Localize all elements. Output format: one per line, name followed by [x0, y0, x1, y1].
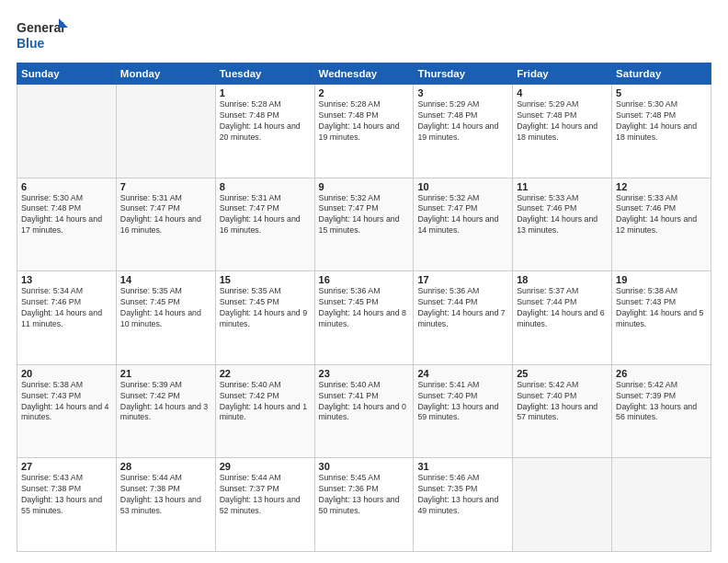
calendar-cell: 16Sunrise: 5:36 AMSunset: 7:45 PMDayligh…: [314, 271, 414, 365]
day-number: 13: [21, 274, 112, 285]
day-number: 27: [21, 461, 112, 472]
day-number: 25: [517, 368, 608, 379]
day-info: Sunrise: 5:29 AMSunset: 7:48 PMDaylight:…: [517, 99, 608, 144]
day-number: 24: [417, 368, 508, 379]
day-info: Sunrise: 5:33 AMSunset: 7:46 PMDaylight:…: [616, 193, 707, 237]
day-number: 23: [319, 368, 410, 379]
day-info: Sunrise: 5:31 AMSunset: 7:47 PMDaylight:…: [220, 193, 311, 237]
calendar-cell: 4Sunrise: 5:29 AMSunset: 7:48 PMDaylight…: [513, 85, 612, 178]
day-number: 21: [120, 368, 211, 379]
day-info: Sunrise: 5:40 AMSunset: 7:42 PMDaylight:…: [220, 380, 311, 424]
day-number: 30: [319, 461, 410, 472]
day-info: Sunrise: 5:35 AMSunset: 7:45 PMDaylight:…: [220, 286, 311, 330]
day-header-friday: Friday: [513, 63, 612, 85]
logo-icon: GeneralBlue: [17, 17, 72, 53]
day-info: Sunrise: 5:40 AMSunset: 7:41 PMDaylight:…: [319, 380, 410, 424]
calendar-week-2: 6Sunrise: 5:30 AMSunset: 7:48 PMDaylight…: [17, 178, 711, 271]
day-info: Sunrise: 5:31 AMSunset: 7:47 PMDaylight:…: [120, 193, 211, 237]
calendar-cell: 20Sunrise: 5:38 AMSunset: 7:43 PMDayligh…: [17, 364, 117, 458]
calendar-cell: 27Sunrise: 5:43 AMSunset: 7:38 PMDayligh…: [17, 458, 117, 552]
day-info: Sunrise: 5:30 AMSunset: 7:48 PMDaylight:…: [616, 99, 707, 144]
calendar-cell: 12Sunrise: 5:33 AMSunset: 7:46 PMDayligh…: [612, 178, 711, 271]
day-number: 15: [220, 274, 311, 285]
calendar-cell: 21Sunrise: 5:39 AMSunset: 7:42 PMDayligh…: [116, 364, 215, 458]
day-info: Sunrise: 5:33 AMSunset: 7:46 PMDaylight:…: [517, 193, 608, 237]
calendar-cell: 28Sunrise: 5:44 AMSunset: 7:38 PMDayligh…: [116, 458, 215, 552]
calendar-cell: 23Sunrise: 5:40 AMSunset: 7:41 PMDayligh…: [314, 364, 414, 458]
calendar-cell: 8Sunrise: 5:31 AMSunset: 7:47 PMDaylight…: [215, 178, 314, 271]
calendar-week-5: 27Sunrise: 5:43 AMSunset: 7:38 PMDayligh…: [17, 458, 711, 552]
calendar-cell: 3Sunrise: 5:29 AMSunset: 7:48 PMDaylight…: [414, 85, 513, 178]
calendar-week-1: 1Sunrise: 5:28 AMSunset: 7:48 PMDaylight…: [17, 85, 711, 178]
svg-text:Blue: Blue: [17, 36, 45, 51]
day-info: Sunrise: 5:30 AMSunset: 7:48 PMDaylight:…: [21, 193, 112, 237]
day-info: Sunrise: 5:28 AMSunset: 7:48 PMDaylight:…: [319, 99, 410, 144]
day-number: 29: [220, 461, 311, 472]
day-info: Sunrise: 5:38 AMSunset: 7:43 PMDaylight:…: [616, 286, 707, 330]
day-header-saturday: Saturday: [612, 63, 711, 85]
day-info: Sunrise: 5:42 AMSunset: 7:40 PMDaylight:…: [517, 380, 608, 424]
day-info: Sunrise: 5:28 AMSunset: 7:48 PMDaylight:…: [220, 99, 311, 144]
calendar-cell: 11Sunrise: 5:33 AMSunset: 7:46 PMDayligh…: [513, 178, 612, 271]
day-info: Sunrise: 5:41 AMSunset: 7:40 PMDaylight:…: [417, 380, 508, 424]
day-number: 4: [517, 87, 608, 98]
day-header-sunday: Sunday: [17, 63, 117, 85]
day-number: 5: [616, 87, 707, 98]
day-info: Sunrise: 5:34 AMSunset: 7:46 PMDaylight:…: [21, 286, 112, 330]
day-info: Sunrise: 5:32 AMSunset: 7:47 PMDaylight:…: [417, 193, 508, 237]
day-number: 17: [417, 274, 508, 285]
calendar-week-4: 20Sunrise: 5:38 AMSunset: 7:43 PMDayligh…: [17, 364, 711, 458]
calendar-cell: [612, 458, 711, 552]
calendar-cell: [513, 458, 612, 552]
calendar-cell: 6Sunrise: 5:30 AMSunset: 7:48 PMDaylight…: [17, 178, 117, 271]
calendar-cell: 9Sunrise: 5:32 AMSunset: 7:47 PMDaylight…: [314, 178, 414, 271]
day-info: Sunrise: 5:38 AMSunset: 7:43 PMDaylight:…: [21, 380, 112, 424]
day-info: Sunrise: 5:36 AMSunset: 7:44 PMDaylight:…: [417, 286, 508, 330]
day-info: Sunrise: 5:39 AMSunset: 7:42 PMDaylight:…: [120, 380, 211, 424]
calendar-cell: 7Sunrise: 5:31 AMSunset: 7:47 PMDaylight…: [116, 178, 215, 271]
day-info: Sunrise: 5:32 AMSunset: 7:47 PMDaylight:…: [319, 193, 410, 237]
day-number: 16: [319, 274, 410, 285]
day-number: 3: [417, 87, 508, 98]
day-header-thursday: Thursday: [414, 63, 513, 85]
header: GeneralBlue: [17, 17, 711, 53]
day-number: 20: [21, 368, 112, 379]
calendar-cell: [116, 85, 215, 178]
calendar-cell: 15Sunrise: 5:35 AMSunset: 7:45 PMDayligh…: [215, 271, 314, 365]
calendar-cell: 17Sunrise: 5:36 AMSunset: 7:44 PMDayligh…: [414, 271, 513, 365]
day-number: 8: [220, 181, 311, 192]
day-header-wednesday: Wednesday: [314, 63, 414, 85]
calendar-cell: 10Sunrise: 5:32 AMSunset: 7:47 PMDayligh…: [414, 178, 513, 271]
day-number: 11: [517, 181, 608, 192]
calendar-cell: 13Sunrise: 5:34 AMSunset: 7:46 PMDayligh…: [17, 271, 117, 365]
day-info: Sunrise: 5:42 AMSunset: 7:39 PMDaylight:…: [616, 380, 707, 424]
svg-text:General: General: [17, 20, 64, 35]
day-number: 2: [319, 87, 410, 98]
day-info: Sunrise: 5:44 AMSunset: 7:38 PMDaylight:…: [120, 473, 211, 517]
day-number: 19: [616, 274, 707, 285]
day-header-tuesday: Tuesday: [215, 63, 314, 85]
calendar-table: SundayMondayTuesdayWednesdayThursdayFrid…: [17, 63, 711, 552]
calendar-cell: 5Sunrise: 5:30 AMSunset: 7:48 PMDaylight…: [612, 85, 711, 178]
calendar-header-row: SundayMondayTuesdayWednesdayThursdayFrid…: [17, 63, 711, 85]
calendar-week-3: 13Sunrise: 5:34 AMSunset: 7:46 PMDayligh…: [17, 271, 711, 365]
day-number: 12: [616, 181, 707, 192]
calendar-cell: 30Sunrise: 5:45 AMSunset: 7:36 PMDayligh…: [314, 458, 414, 552]
day-info: Sunrise: 5:36 AMSunset: 7:45 PMDaylight:…: [319, 286, 410, 330]
day-number: 31: [417, 461, 508, 472]
calendar-cell: 2Sunrise: 5:28 AMSunset: 7:48 PMDaylight…: [314, 85, 414, 178]
logo: GeneralBlue: [17, 17, 72, 53]
calendar-cell: 29Sunrise: 5:44 AMSunset: 7:37 PMDayligh…: [215, 458, 314, 552]
calendar-cell: 18Sunrise: 5:37 AMSunset: 7:44 PMDayligh…: [513, 271, 612, 365]
day-info: Sunrise: 5:43 AMSunset: 7:38 PMDaylight:…: [21, 473, 112, 517]
day-info: Sunrise: 5:35 AMSunset: 7:45 PMDaylight:…: [120, 286, 211, 330]
calendar-cell: 19Sunrise: 5:38 AMSunset: 7:43 PMDayligh…: [612, 271, 711, 365]
calendar-cell: 14Sunrise: 5:35 AMSunset: 7:45 PMDayligh…: [116, 271, 215, 365]
day-number: 7: [120, 181, 211, 192]
day-info: Sunrise: 5:37 AMSunset: 7:44 PMDaylight:…: [517, 286, 608, 330]
day-number: 28: [120, 461, 211, 472]
calendar-cell: 22Sunrise: 5:40 AMSunset: 7:42 PMDayligh…: [215, 364, 314, 458]
calendar-cell: 1Sunrise: 5:28 AMSunset: 7:48 PMDaylight…: [215, 85, 314, 178]
calendar-cell: 25Sunrise: 5:42 AMSunset: 7:40 PMDayligh…: [513, 364, 612, 458]
day-number: 9: [319, 181, 410, 192]
